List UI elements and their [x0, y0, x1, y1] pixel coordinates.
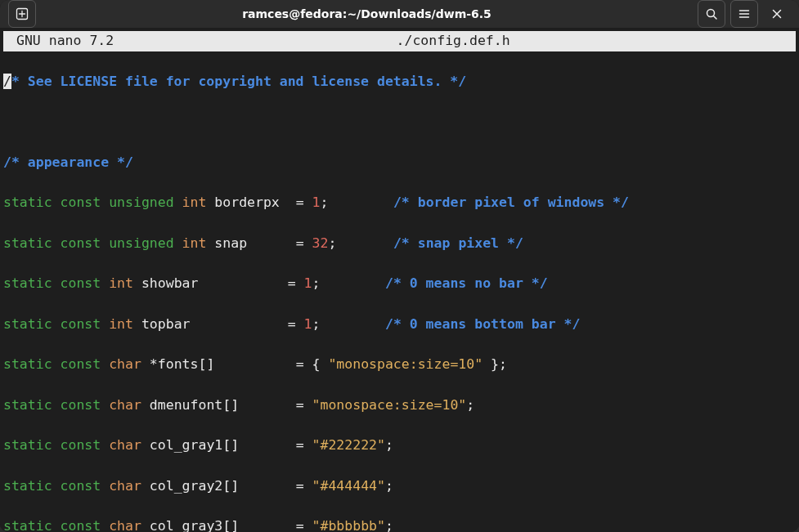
comment: * See LICENSE file for copyright and lic…	[11, 74, 466, 89]
search-icon	[705, 7, 718, 20]
terminal-window: ramces@fedora:~/Downloads/dwm-6.5 GNU na…	[0, 0, 799, 532]
plus-box-icon	[16, 7, 29, 20]
nano-header: GNU nano 7.2 ./config.def.h	[3, 31, 796, 51]
titlebar: ramces@fedora:~/Downloads/dwm-6.5	[0, 0, 799, 28]
editor-area[interactable]: /* See LICENSE file for copyright and li…	[0, 51, 799, 532]
search-button[interactable]	[698, 0, 725, 28]
menu-button[interactable]	[730, 0, 758, 28]
nano-filename: ./config.def.h	[114, 31, 792, 51]
cursor: /	[3, 74, 11, 89]
comment: /* appearance */	[3, 154, 133, 170]
nano-version: GNU nano 7.2	[7, 31, 114, 51]
close-icon	[770, 7, 783, 20]
hamburger-icon	[738, 7, 751, 20]
close-button[interactable]	[763, 0, 791, 28]
terminal-body[interactable]: GNU nano 7.2 ./config.def.h /* See LICEN…	[0, 28, 799, 532]
new-tab-button[interactable]	[8, 0, 36, 28]
window-title: ramces@fedora:~/Downloads/dwm-6.5	[36, 7, 698, 20]
